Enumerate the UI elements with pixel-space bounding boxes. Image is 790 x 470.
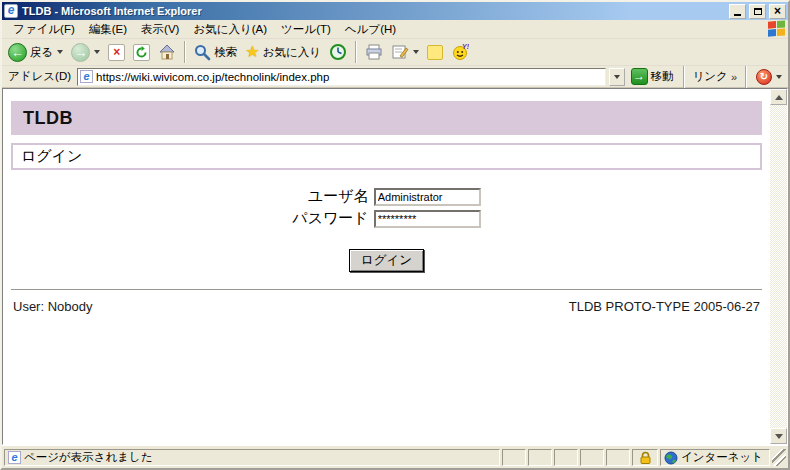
stop-icon: ×	[108, 44, 125, 61]
menu-favorites[interactable]: お気に入り(A)	[186, 20, 274, 39]
maximize-icon	[754, 8, 762, 15]
notes-button[interactable]	[424, 44, 446, 61]
address-bar: アドレス(D) e https://wiki.wivicom.co.jp/tec…	[2, 66, 788, 88]
messenger-button[interactable]: Y!	[448, 42, 472, 62]
web-page: TLDB ログイン ユーザ名 パスワード ログイン User:	[3, 89, 770, 444]
favorites-label: お気に入り	[263, 45, 321, 60]
zone-label: インターネット	[681, 450, 763, 465]
submit-row: ログイン	[3, 249, 770, 272]
addon-icon: ↻	[756, 69, 772, 85]
windows-logo-icon	[768, 20, 786, 37]
app-heading: TLDB	[23, 108, 73, 129]
back-button[interactable]: ← 戻る	[5, 42, 66, 63]
back-icon: ←	[8, 43, 27, 62]
refresh-button[interactable]	[130, 43, 153, 62]
links-label: リンク	[693, 69, 728, 84]
menu-help[interactable]: ヘルプ(H)	[338, 20, 403, 39]
status-pane	[606, 449, 630, 466]
triangle-down-icon	[775, 434, 783, 439]
addon-dropdown-icon[interactable]	[776, 75, 782, 79]
resize-grip[interactable]	[772, 449, 786, 466]
zone-pane: インターネット	[660, 449, 770, 466]
close-button[interactable]: ×	[769, 4, 786, 19]
refresh-icon	[133, 44, 150, 61]
note-icon	[427, 45, 443, 60]
status-pane	[554, 449, 578, 466]
footer-user: User: Nobody	[13, 299, 92, 314]
ie-logo-icon: e	[4, 4, 18, 18]
back-label: 戻る	[30, 45, 53, 60]
username-label: ユーザ名	[292, 187, 373, 206]
triangle-up-icon	[775, 95, 783, 100]
browser-viewport: TLDB ログイン ユーザ名 パスワード ログイン User:	[2, 88, 788, 445]
back-dropdown-icon[interactable]	[57, 50, 63, 54]
menu-edit[interactable]: 編集(E)	[82, 20, 134, 39]
toolbar-separator	[355, 41, 357, 63]
go-arrow-icon: →	[631, 68, 648, 85]
window-title: TLDB - Microsoft Internet Explorer	[21, 5, 726, 17]
menu-view[interactable]: 表示(V)	[134, 20, 186, 39]
security-pane	[632, 449, 658, 466]
address-url: https://wiki.wivicom.co.jp/technolink/in…	[96, 71, 329, 83]
footer-version: TLDB PROTO-TYPE 2005-06-27	[569, 299, 760, 314]
go-label: 移動	[651, 69, 674, 84]
password-label: パスワード	[292, 209, 373, 228]
addon-button[interactable]: ↻	[753, 68, 785, 86]
history-button[interactable]	[326, 42, 350, 62]
messenger-icon: Y!	[451, 43, 469, 61]
toolbar-separator	[184, 41, 186, 63]
status-page-icon: e	[8, 451, 21, 464]
login-section-header: ログイン	[11, 143, 762, 170]
scroll-down-button[interactable]	[770, 428, 787, 444]
menu-tools[interactable]: ツール(T)	[274, 20, 338, 39]
forward-button[interactable]: →	[68, 42, 103, 63]
maximize-button[interactable]	[749, 4, 766, 19]
status-message: ページが表示されました	[24, 450, 153, 465]
search-icon	[194, 44, 211, 61]
divider	[11, 289, 762, 291]
search-button[interactable]: 検索	[191, 43, 240, 62]
status-pane	[502, 449, 526, 466]
password-field[interactable]	[374, 210, 481, 228]
address-dropdown-button[interactable]	[609, 68, 625, 86]
home-icon	[158, 43, 176, 61]
minimize-button[interactable]	[729, 4, 746, 19]
lock-icon	[639, 451, 652, 465]
status-message-pane: e ページが表示されました	[4, 449, 500, 466]
page-footer: User: Nobody TLDB PROTO-TYPE 2005-06-27	[13, 299, 760, 314]
address-separator	[683, 66, 685, 88]
vertical-scrollbar[interactable]	[770, 89, 787, 444]
history-icon	[329, 43, 347, 61]
forward-dropdown-icon[interactable]	[94, 50, 100, 54]
print-button[interactable]	[362, 42, 386, 62]
go-button[interactable]: → 移動	[628, 68, 677, 85]
print-icon	[365, 43, 383, 61]
login-form: ユーザ名 パスワード	[292, 184, 480, 231]
login-section-label: ログイン	[21, 147, 82, 166]
status-bar: e ページが表示されました インターネット	[2, 445, 788, 468]
scrollbar-track[interactable]	[770, 105, 787, 428]
menu-file[interactable]: ファイル(F)	[6, 20, 82, 39]
status-pane	[528, 449, 552, 466]
home-button[interactable]	[155, 42, 179, 62]
login-button[interactable]: ログイン	[349, 249, 424, 272]
title-bar: e TLDB - Microsoft Internet Explorer ×	[2, 2, 788, 20]
stop-button[interactable]: ×	[105, 43, 128, 62]
browser-window: e TLDB - Microsoft Internet Explorer × フ…	[0, 0, 790, 470]
status-pane	[580, 449, 604, 466]
username-field[interactable]	[374, 188, 481, 206]
edit-button[interactable]	[388, 42, 422, 62]
globe-icon	[664, 451, 678, 465]
links-chevron-icon[interactable]: »	[731, 71, 737, 83]
edit-dropdown-icon[interactable]	[413, 50, 419, 54]
scroll-up-button[interactable]	[770, 89, 787, 105]
search-label: 検索	[214, 45, 237, 60]
favorites-button[interactable]: ★ お気に入り	[242, 43, 324, 61]
standard-toolbar: ← 戻る → ×	[2, 39, 788, 66]
address-label: アドレス(D)	[5, 69, 74, 84]
svg-text:Y!: Y!	[462, 43, 469, 50]
forward-icon: →	[71, 43, 90, 62]
address-input[interactable]: e https://wiki.wivicom.co.jp/technolink/…	[77, 68, 606, 86]
address-separator	[745, 66, 747, 88]
links-bar[interactable]: リンク »	[691, 69, 739, 84]
